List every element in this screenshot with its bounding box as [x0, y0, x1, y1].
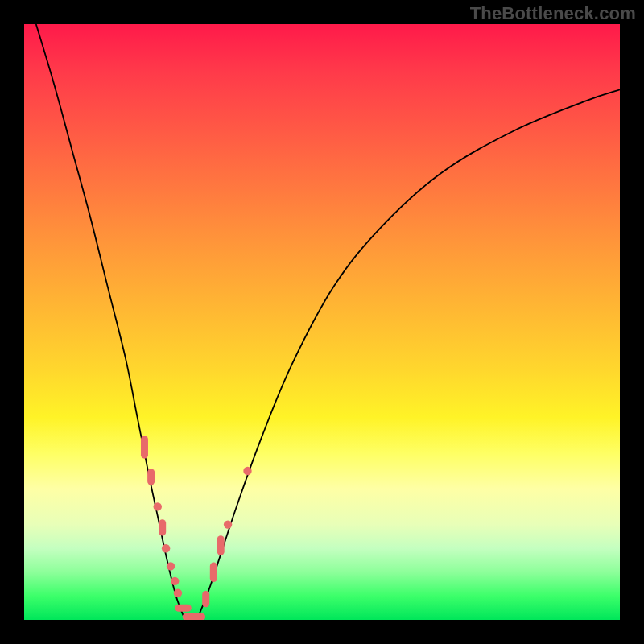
marker-dot	[171, 577, 179, 585]
marker-dot	[174, 589, 182, 597]
marker-dot	[243, 467, 251, 475]
chart-svg	[24, 24, 620, 620]
marker-pill	[159, 519, 166, 535]
plot-area	[24, 24, 620, 620]
marker-dot	[224, 520, 232, 528]
marker-pill	[202, 591, 209, 607]
marker-pill	[141, 436, 148, 458]
curve-layer	[36, 24, 620, 620]
marker-dot	[162, 544, 170, 552]
marker-dot	[167, 562, 175, 570]
marker-pill	[183, 613, 205, 620]
marker-layer	[141, 436, 252, 620]
marker-pill	[175, 605, 191, 612]
marker-pill	[217, 535, 225, 555]
marker-pill	[147, 469, 155, 485]
chart-frame: TheBottleneck.com	[0, 0, 644, 644]
marker-dot	[154, 502, 162, 510]
curve-right_branch	[197, 89, 620, 620]
watermark-text: TheBottleneck.com	[470, 3, 636, 24]
marker-pill	[210, 563, 217, 582]
